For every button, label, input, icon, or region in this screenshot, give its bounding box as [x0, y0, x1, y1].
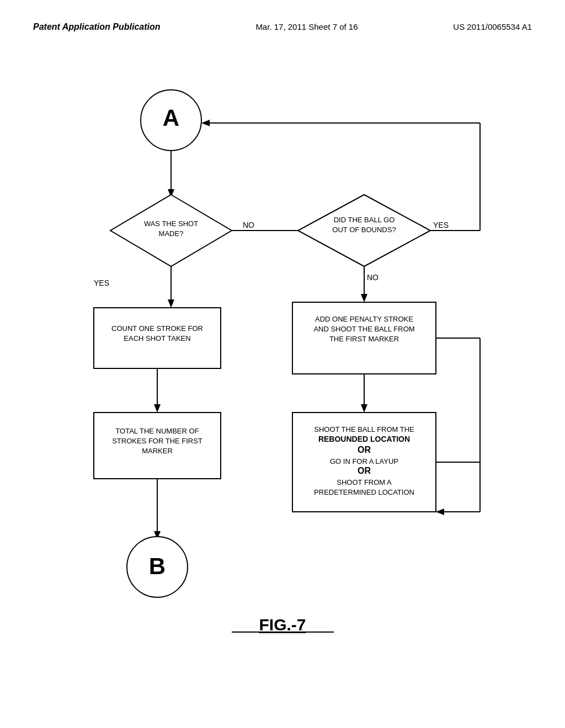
svg-marker-32 [154, 404, 161, 413]
svg-text:THE FIRST MARKER: THE FIRST MARKER [329, 335, 399, 343]
svg-text:YES: YES [94, 279, 109, 287]
svg-text:AND SHOOT THE BALL FROM: AND SHOOT THE BALL FROM [313, 325, 414, 333]
svg-text:OR: OR [358, 445, 371, 454]
svg-text:B: B [149, 553, 166, 579]
svg-marker-20 [361, 294, 367, 302]
header-date-sheet: Mar. 17, 2011 Sheet 7 of 16 [255, 22, 358, 31]
svg-text:TOTAL THE NUMBER OF: TOTAL THE NUMBER OF [115, 427, 199, 435]
flowchart-svg: A WAS THE SHOT MADE? NO DID THE BALL GO … [0, 43, 565, 650]
svg-text:DID THE BALL GO: DID THE BALL GO [334, 216, 395, 224]
page-header: Patent Application Publication Mar. 17, … [0, 0, 565, 32]
svg-text:WAS THE SHOT: WAS THE SHOT [144, 220, 198, 228]
svg-text:EACH SHOT TAKEN: EACH SHOT TAKEN [124, 334, 190, 342]
svg-text:PREDETERMINED LOCATION: PREDETERMINED LOCATION [314, 488, 414, 496]
svg-text:COUNT ONE STROKE FOR: COUNT ONE STROKE FOR [111, 324, 203, 333]
svg-text:OUT OF BOUNDS?: OUT OF BOUNDS? [332, 226, 396, 234]
svg-text:REBOUNDED LOCATION: REBOUNDED LOCATION [318, 435, 410, 443]
header-patent-number: US 2011/0065534 A1 [453, 22, 532, 31]
header-publication: Patent Application Publication [33, 22, 161, 32]
svg-marker-27 [168, 299, 174, 308]
diagram-container: A WAS THE SHOT MADE? NO DID THE BALL GO … [0, 43, 565, 650]
svg-text:SHOOT THE BALL FROM THE: SHOOT THE BALL FROM THE [314, 425, 414, 433]
svg-text:OR: OR [358, 466, 371, 475]
svg-text:GO IN FOR A LAYUP: GO IN FOR A LAYUP [330, 457, 398, 465]
svg-text:NO: NO [243, 221, 254, 229]
svg-text:SHOOT FROM A: SHOOT FROM A [337, 478, 392, 486]
svg-text:A: A [163, 105, 179, 131]
svg-text:MADE?: MADE? [159, 229, 184, 238]
svg-marker-38 [361, 404, 367, 413]
svg-text:YES: YES [433, 221, 449, 229]
svg-text:MARKER: MARKER [142, 447, 173, 455]
svg-text:STROKES FOR THE FIRST: STROKES FOR THE FIRST [112, 437, 202, 445]
svg-rect-39 [94, 413, 221, 479]
svg-marker-17 [201, 120, 210, 126]
svg-text:ADD ONE PENALTY STROKE: ADD ONE PENALTY STROKE [315, 315, 413, 323]
svg-text:FIG.-7: FIG.-7 [259, 615, 306, 634]
svg-text:NO: NO [367, 273, 379, 282]
